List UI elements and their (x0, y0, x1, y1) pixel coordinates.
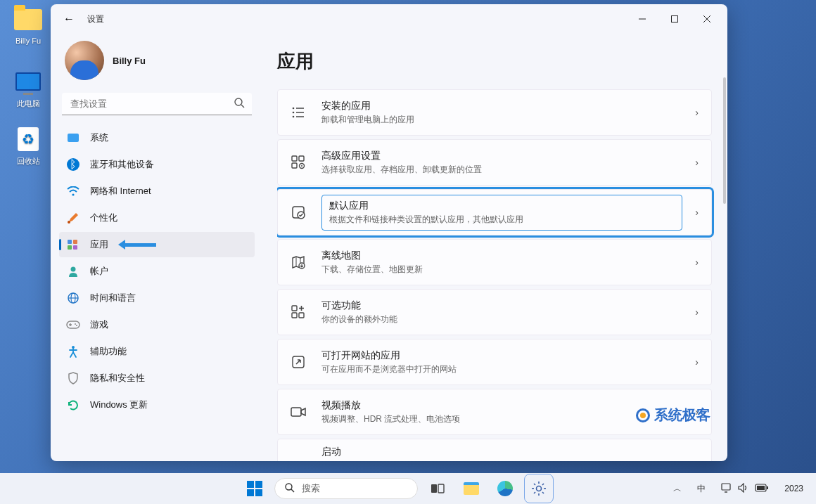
sidebar-item-label: Windows 更新 (90, 399, 148, 411)
chevron-right-icon: › (695, 207, 699, 218)
search-icon (285, 483, 295, 495)
card-optional-features[interactable]: 可选功能 你的设备的额外功能 › (277, 289, 712, 335)
main-content: 应用 安装的应用 卸载和管理电脑上的应用 › (263, 34, 727, 461)
sidebar-item-gaming[interactable]: 游戏 (59, 312, 255, 337)
sidebar-item-accessibility[interactable]: 辅助功能 (59, 339, 255, 364)
app-gear-icon (291, 155, 306, 169)
task-view-icon (431, 483, 445, 494)
desktop-folder[interactable]: Billy Fu (8, 6, 48, 45)
system-icon (66, 131, 80, 145)
sidebar-item-label: 网络和 Internet (90, 185, 151, 198)
sidebar-item-bluetooth[interactable]: ᛒ 蓝牙和其他设备 (59, 152, 255, 177)
card-advanced-app-settings[interactable]: 高级应用设置 选择获取应用、存档应用、卸载更新的位置 › (277, 139, 712, 186)
explorer-button[interactable] (457, 474, 485, 503)
close-button[interactable] (691, 8, 723, 30)
svg-point-6 (72, 193, 74, 195)
scrollbar[interactable] (723, 77, 726, 204)
card-title: 可选功能 (321, 299, 695, 312)
svg-point-22 (293, 116, 295, 118)
card-startup[interactable]: 启动 (277, 439, 712, 461)
start-button[interactable] (241, 474, 269, 503)
svg-line-51 (542, 492, 544, 493)
taskbar-search[interactable]: 搜索 (274, 478, 418, 499)
sidebar-item-label: 个性化 (90, 212, 117, 224)
settings-taskbar-button[interactable] (525, 474, 553, 503)
desktop-this-pc[interactable]: 此电脑 (8, 67, 48, 109)
chevron-right-icon: › (695, 306, 699, 318)
windows-icon (247, 481, 262, 496)
maximize-button[interactable] (658, 8, 691, 30)
sidebar-item-system[interactable]: 系统 (59, 125, 255, 150)
card-offline-maps[interactable]: 离线地图 下载、存储位置、地图更新 › (277, 239, 712, 285)
svg-point-20 (293, 112, 295, 114)
svg-point-45 (537, 486, 542, 491)
bluetooth-icon: ᛒ (66, 157, 80, 172)
card-title: 安装的应用 (321, 100, 695, 112)
task-view-button[interactable] (423, 474, 452, 503)
card-subtitle: 根据文件和链接种类设置的默认应用，其他默认应用 (329, 214, 675, 226)
card-title: 默认应用 (329, 200, 675, 212)
svg-point-18 (293, 108, 295, 110)
grid-plus-icon (291, 305, 306, 319)
nav: 系统 ᛒ 蓝牙和其他设备 网络和 Internet 个性化 (59, 125, 255, 418)
clock[interactable]: 2023 (780, 481, 808, 496)
sidebar-item-accounts[interactable]: 帐户 (59, 259, 255, 284)
ime-indicator[interactable]: 中 (693, 480, 710, 498)
sidebar-item-label: 帐户 (90, 265, 108, 278)
accessibility-icon (66, 344, 80, 358)
svg-line-42 (291, 489, 294, 492)
ime-label: 中 (697, 483, 706, 495)
search-container (62, 93, 252, 115)
globe-icon (66, 291, 80, 305)
svg-rect-26 (292, 163, 297, 168)
sidebar-item-privacy[interactable]: 隐私和安全性 (59, 366, 255, 391)
profile-name: Billy Fu (113, 56, 146, 66)
sidebar-item-label: 时间和语言 (90, 292, 136, 304)
card-apps-for-websites[interactable]: 可打开网站的应用 可在应用而不是浏览器中打开的网站 › (277, 339, 712, 385)
tray-chevron[interactable]: ︿ (669, 480, 686, 498)
card-installed-apps[interactable]: 安装的应用 卸载和管理电脑上的应用 › (277, 89, 712, 136)
svg-point-28 (301, 165, 302, 167)
sidebar-item-time-language[interactable]: 时间和语言 (59, 285, 255, 311)
minimize-button[interactable] (626, 8, 658, 30)
chevron-up-icon: ︿ (673, 483, 682, 495)
battery-icon (755, 484, 769, 494)
sidebar-item-windows-update[interactable]: Windows 更新 (59, 392, 255, 418)
gear-icon (531, 481, 547, 496)
card-subtitle: 你的设备的额外功能 (321, 314, 695, 325)
desktop-pc-label: 此电脑 (8, 98, 48, 109)
svg-point-4 (235, 98, 242, 105)
taskbar-search-placeholder: 搜索 (302, 482, 320, 495)
card-video-playback[interactable]: 视频播放 视频调整、HDR 流式处理、电池选项 › (277, 389, 712, 435)
network-icon (721, 483, 732, 495)
avatar (65, 41, 104, 80)
shield-icon (66, 371, 80, 385)
chevron-right-icon: › (695, 157, 699, 168)
desktop-recycle-bin[interactable]: ♻ 回收站 (8, 125, 48, 167)
sidebar-item-personalization[interactable]: 个性化 (59, 205, 255, 231)
titlebar: ← 设置 (51, 4, 727, 34)
clock-text: 2023 (784, 484, 803, 493)
back-button[interactable]: ← (58, 8, 80, 30)
system-tray[interactable] (717, 480, 773, 498)
svg-line-52 (542, 484, 544, 485)
window-title: 设置 (87, 13, 104, 25)
svg-rect-25 (299, 156, 304, 161)
update-icon (66, 398, 80, 412)
chevron-right-icon: › (695, 107, 699, 118)
chevron-right-icon: › (695, 356, 699, 368)
svg-line-53 (534, 492, 535, 493)
profile-block[interactable]: Billy Fu (59, 34, 255, 93)
search-input[interactable] (62, 93, 252, 115)
edge-button[interactable] (491, 474, 519, 503)
sidebar-item-apps[interactable]: 应用 (59, 232, 255, 257)
card-subtitle: 卸载和管理电脑上的应用 (321, 114, 695, 126)
sidebar-item-network[interactable]: 网络和 Internet (59, 179, 255, 204)
cards-scroll[interactable]: 安装的应用 卸载和管理电脑上的应用 › 高级应用设置 选择获取应用、存档应用、卸… (277, 89, 725, 461)
svg-rect-58 (757, 486, 765, 490)
folder-icon (464, 482, 479, 495)
card-default-apps[interactable]: 默认应用 根据文件和链接种类设置的默认应用，其他默认应用 › (277, 189, 712, 235)
svg-rect-35 (292, 313, 297, 318)
brush-icon (66, 211, 80, 225)
svg-point-7 (68, 221, 70, 224)
